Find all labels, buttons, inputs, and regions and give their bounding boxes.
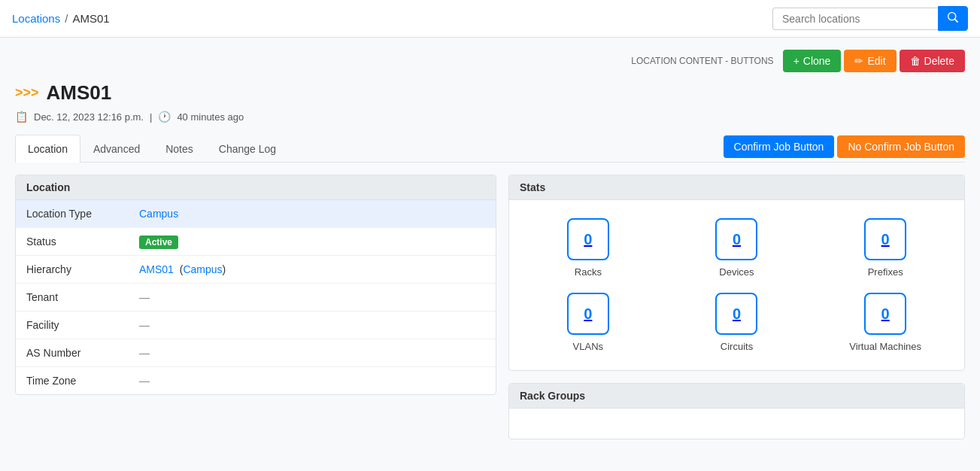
stat-circuits-link[interactable]: 0: [715, 293, 757, 335]
trash-icon: 🗑: [910, 55, 921, 67]
stat-vlans-label: VLANs: [573, 341, 603, 352]
stat-vlans: 0 VLANs: [521, 293, 655, 352]
stat-vms-value: 0: [864, 293, 906, 335]
stat-devices-link[interactable]: 0: [715, 218, 757, 260]
clone-button[interactable]: + Clone: [783, 50, 842, 72]
stats-card-header: Stats: [509, 175, 964, 200]
tabs: Location Advanced Notes Change Log: [15, 135, 289, 162]
left-column: Location Location Type Campus Status Act…: [15, 175, 496, 407]
table-row: Hierarchy AMS01 (Campus): [16, 256, 496, 284]
tab-location[interactable]: Location: [15, 135, 80, 163]
confirm-job-button[interactable]: Confirm Job Button: [724, 135, 835, 158]
stat-racks-label: Racks: [575, 266, 602, 278]
search-button[interactable]: [938, 6, 968, 31]
field-label-hierarchy: Hierarchy: [26, 263, 139, 275]
breadcrumb-locations[interactable]: Locations: [12, 12, 60, 25]
stats-card: Stats 0 Racks 0 Devices 0 Prefi: [508, 175, 965, 371]
job-buttons: Confirm Job Button No Confirm Job Button: [724, 135, 965, 158]
field-label-tenant: Tenant: [26, 291, 139, 303]
table-row: Location Type Campus: [16, 200, 496, 228]
breadcrumb-separator: /: [65, 12, 68, 25]
table-row: AS Number —: [16, 339, 496, 367]
field-label-status: Status: [26, 235, 139, 248]
field-value-tenant: —: [139, 291, 150, 303]
search-input[interactable]: [772, 8, 938, 30]
stat-devices: 0 Devices: [670, 218, 804, 278]
table-row: Time Zone —: [16, 367, 496, 394]
no-confirm-job-button[interactable]: No Confirm Job Button: [837, 135, 965, 158]
stat-racks: 0 Racks: [521, 218, 655, 278]
stat-circuits-value: 0: [715, 293, 757, 335]
field-value-hierarchy: AMS01 (Campus): [139, 263, 226, 275]
stat-vlans-link[interactable]: 0: [567, 293, 609, 335]
stat-prefixes-value: 0: [864, 218, 906, 260]
tab-changelog[interactable]: Change Log: [206, 135, 289, 163]
breadcrumb: Locations / AMS01: [12, 12, 110, 25]
top-bar: Locations / AMS01: [0, 0, 980, 38]
field-label-facility: Facility: [26, 319, 139, 331]
breadcrumb-current: AMS01: [72, 12, 109, 25]
table-row: Facility —: [16, 311, 496, 339]
field-value-facility: —: [139, 319, 150, 331]
action-row: LOCATION CONTENT - BUTTONS + Clone ✏ Edi…: [15, 50, 965, 72]
content-area: LOCATION CONTENT - BUTTONS + Clone ✏ Edi…: [0, 38, 980, 463]
calendar-icon: 📋: [15, 111, 28, 123]
edit-button[interactable]: ✏ Edit: [844, 50, 896, 72]
stat-prefixes: 0 Prefixes: [818, 218, 952, 278]
edit-icon: ✏: [854, 55, 863, 67]
field-label-location-type: Location Type: [26, 208, 139, 220]
field-label-as-number: AS Number: [26, 347, 139, 359]
search-icon: [948, 12, 958, 23]
plus-icon: +: [793, 55, 799, 67]
meta-time-ago: 40 minutes ago: [177, 111, 244, 123]
stat-circuits-label: Circuits: [721, 341, 753, 352]
right-column: Stats 0 Racks 0 Devices 0 Prefi: [508, 175, 965, 451]
tab-advanced[interactable]: Advanced: [80, 135, 153, 163]
table-row: Tenant —: [16, 284, 496, 311]
hierarchy-campus-link[interactable]: Campus: [183, 263, 222, 275]
meta-separator: |: [150, 111, 152, 123]
stat-vlans-value: 0: [567, 293, 609, 335]
stat-vms: 0 Virtual Machines: [818, 293, 952, 352]
stat-vms-label: Virtual Machines: [849, 341, 921, 352]
field-value-timezone: —: [139, 375, 150, 387]
delete-button[interactable]: 🗑 Delete: [900, 50, 965, 72]
arrow-icon: >>>: [15, 85, 39, 101]
location-card: Location Location Type Campus Status Act…: [15, 175, 496, 395]
hierarchy-link[interactable]: AMS01: [139, 263, 174, 275]
stat-vms-link[interactable]: 0: [864, 293, 906, 335]
stat-devices-label: Devices: [719, 266, 754, 278]
stat-prefixes-link[interactable]: 0: [864, 218, 906, 260]
meta-date: Dec. 12, 2023 12:16 p.m.: [34, 111, 144, 123]
page-title: AMS01: [47, 81, 112, 105]
meta-row: 📋 Dec. 12, 2023 12:16 p.m. | 🕐 40 minute…: [15, 111, 965, 123]
rack-groups-card: Rack Groups: [508, 383, 965, 439]
table-row: Status Active: [16, 228, 496, 256]
clock-icon: 🕐: [158, 111, 171, 123]
status-badge: Active: [139, 235, 178, 249]
stat-prefixes-label: Prefixes: [868, 266, 903, 278]
tabs-row: Location Advanced Notes Change Log Confi…: [15, 135, 965, 163]
stat-racks-value: 0: [567, 218, 609, 260]
tab-notes[interactable]: Notes: [153, 135, 206, 163]
search-area: [772, 6, 968, 31]
location-type-link[interactable]: Campus: [139, 208, 178, 220]
stat-circuits: 0 Circuits: [670, 293, 804, 352]
field-value-as-number: —: [139, 347, 150, 359]
page-title-row: >>> AMS01: [15, 81, 965, 105]
main-content: Location Location Type Campus Status Act…: [15, 175, 965, 451]
stat-racks-link[interactable]: 0: [567, 218, 609, 260]
rack-groups-header: Rack Groups: [509, 384, 964, 409]
action-row-label: LOCATION CONTENT - BUTTONS: [631, 56, 773, 66]
stats-grid: 0 Racks 0 Devices 0 Prefixes: [509, 200, 964, 370]
stat-devices-value: 0: [715, 218, 757, 260]
field-value-status: Active: [139, 235, 178, 248]
field-label-timezone: Time Zone: [26, 375, 139, 387]
rack-groups-content: [509, 409, 964, 439]
field-value-location-type: Campus: [139, 208, 178, 220]
location-card-header: Location: [16, 175, 496, 200]
